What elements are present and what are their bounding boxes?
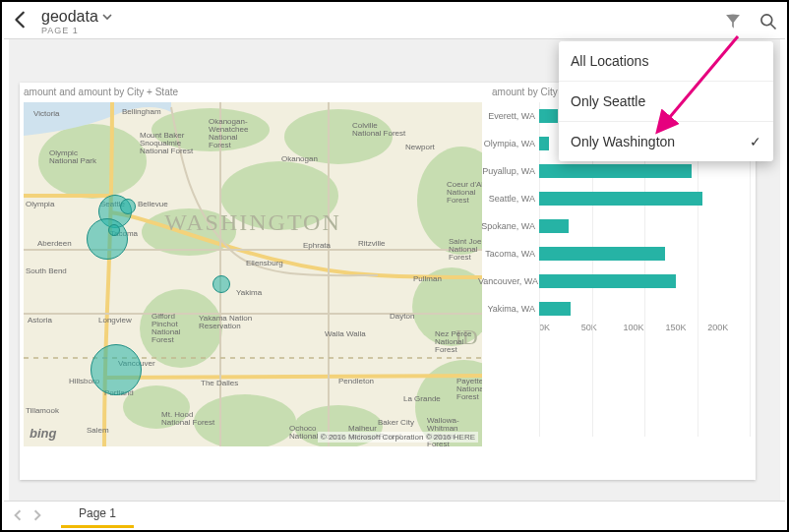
- map-place-label: Pendleton: [338, 378, 374, 385]
- top-bar: geodata PAGE 1: [4, 4, 785, 39]
- map-place-label: Okanogan- Wenatchee National Forest: [209, 118, 248, 149]
- filter-option-label: All Locations: [571, 53, 648, 69]
- map-place-label: Tillamook: [26, 407, 59, 415]
- filter-option-label: Only Washington: [571, 134, 675, 149]
- filter-icon[interactable]: [722, 11, 744, 32]
- bar[interactable]: [539, 219, 569, 233]
- map-place-label: Bellingham: [122, 108, 161, 116]
- bar-label: Spokane, WA: [478, 221, 539, 231]
- map-place-label: Mt. Hood National Forest: [161, 411, 214, 427]
- location-filter-dropdown: All LocationsOnly SeattleOnly Washington…: [559, 41, 773, 161]
- chart-x-axis: 0K50K100K150K200K: [539, 323, 750, 332]
- bar-label: Yakima, WA: [478, 304, 539, 314]
- back-icon[interactable]: [10, 9, 31, 34]
- map-place-label: Gifford Pinchot National Forest: [152, 313, 180, 344]
- bar[interactable]: [539, 164, 692, 178]
- axis-tick: 0K: [539, 323, 581, 332]
- filter-option[interactable]: Only Washington✓: [559, 122, 773, 161]
- map-place-label: Ephrata: [303, 242, 331, 250]
- bing-logo: bing: [30, 426, 56, 441]
- map-bubble[interactable]: [120, 199, 136, 214]
- map-credit: © 2016 Microsoft Corporation © 2016 HERE: [318, 432, 478, 443]
- page-subtitle: PAGE 1: [41, 26, 112, 35]
- bar-row: Tacoma, WA: [478, 240, 750, 267]
- map-place-label: Astoria: [28, 317, 52, 325]
- search-icon[interactable]: [758, 11, 779, 32]
- map-bubble[interactable]: [91, 344, 142, 395]
- map-place-label: Ellensburg: [246, 260, 283, 267]
- bar-label: Olympia, WA: [478, 139, 539, 148]
- map-place-label: Pullman: [413, 275, 442, 283]
- bar-row: Spokane, WA: [478, 212, 750, 240]
- map-place-label: Newport: [405, 144, 435, 151]
- prev-page-icon[interactable]: [12, 507, 28, 523]
- bar[interactable]: [539, 302, 571, 316]
- map-chart-title: amount and amount by City + State: [24, 87, 178, 97]
- map-place-label: Colville National Forest: [352, 122, 405, 138]
- bar-row: Seattle, WA: [478, 185, 750, 212]
- next-page-icon[interactable]: [31, 507, 47, 523]
- tab-page-1[interactable]: Page 1: [61, 502, 134, 528]
- bar-label: Vancouver, WA: [478, 276, 539, 286]
- map-bubble[interactable]: [87, 218, 128, 260]
- bar-label: Seattle, WA: [478, 194, 539, 204]
- map-place-label: Dayton: [390, 313, 414, 321]
- filter-option[interactable]: All Locations: [559, 41, 773, 82]
- filter-option[interactable]: Only Seattle: [559, 82, 773, 122]
- map-place-label: Olympic National Park: [49, 149, 96, 165]
- map-place-label: Bellevue: [138, 201, 168, 208]
- map-place-label: Aberdeen: [37, 240, 72, 248]
- axis-tick: 150K: [665, 323, 707, 332]
- state-label: WASHINGTON: [164, 209, 341, 235]
- map-place-label: Olympia: [26, 201, 54, 208]
- axis-tick: 50K: [581, 323, 624, 332]
- map-place-label: Coeur d'Alene National Forest: [447, 181, 482, 205]
- map-bubble[interactable]: [212, 275, 230, 293]
- bar-row: Puyallup, WA: [478, 157, 750, 185]
- map-place-label: La Grande: [403, 395, 441, 403]
- bar[interactable]: [539, 192, 702, 206]
- map-place-label: Okanogan: [281, 155, 318, 163]
- axis-tick: 200K: [707, 323, 750, 332]
- svg-point-0: [726, 14, 739, 16]
- svg-point-1: [761, 14, 772, 25]
- map-place-label: Ritzville: [358, 240, 386, 248]
- map-place-label: Longview: [98, 317, 132, 325]
- map-place-label: Walla Walla: [325, 330, 366, 338]
- map-place-label: Yakima: [236, 289, 262, 297]
- bar[interactable]: [539, 109, 558, 123]
- map-place-label: Victoria: [33, 110, 60, 118]
- svg-line-2: [771, 24, 776, 29]
- map-place-label: Saint Joe National Forest: [449, 238, 481, 262]
- bar-label: Puyallup, WA: [478, 166, 539, 176]
- bar[interactable]: [539, 247, 665, 261]
- check-icon: ✓: [750, 134, 761, 149]
- map-place-label: Nez Perce National Forest: [435, 330, 471, 354]
- map-place-label: Yakama Nation Reservation: [199, 315, 252, 330]
- map-place-label: Baker City: [378, 419, 414, 427]
- map-place-label: Salem: [87, 427, 109, 435]
- page-tabs: Page 1: [4, 501, 785, 528]
- filter-option-label: Only Seattle: [571, 93, 645, 109]
- map-bubble[interactable]: [108, 224, 120, 236]
- bar[interactable]: [539, 274, 676, 288]
- bar[interactable]: [539, 137, 549, 150]
- map-visual[interactable]: WASHINGTON ID VictoriaBellinghamOkanogan…: [24, 102, 482, 446]
- chevron-down-icon[interactable]: [102, 8, 112, 26]
- report-title[interactable]: geodata: [41, 8, 98, 26]
- axis-tick: 100K: [624, 323, 666, 332]
- map-place-label: The Dalles: [201, 380, 238, 387]
- bar-label: Everett, WA: [478, 111, 539, 121]
- bar-row: Vancouver, WA: [478, 267, 750, 295]
- map-place-label: South Bend: [26, 267, 67, 275]
- bar-label: Tacoma, WA: [478, 249, 539, 259]
- bar-row: Yakima, WA: [478, 295, 750, 323]
- map-place-label: Mount Baker Snoqualmie National Forest: [140, 132, 193, 155]
